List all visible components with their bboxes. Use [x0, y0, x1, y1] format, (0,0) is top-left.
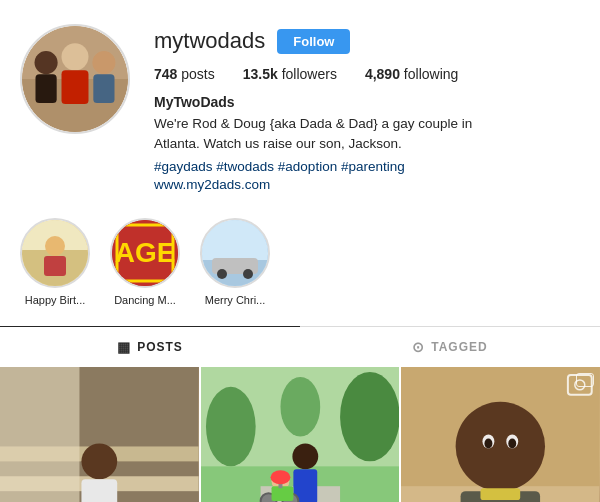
tag-icon: ⊙: [412, 339, 425, 355]
svg-rect-8: [22, 26, 128, 132]
svg-point-11: [45, 236, 65, 256]
avatar[interactable]: [20, 24, 130, 134]
tab-posts-label: POSTS: [137, 340, 183, 354]
profile-info: mytwodads Follow 748 posts 13.5k followe…: [154, 24, 580, 192]
story-circle-1[interactable]: [20, 218, 90, 288]
svg-rect-26: [0, 367, 79, 503]
follow-button[interactable]: Follow: [277, 29, 350, 54]
photo-cell-3[interactable]: [401, 367, 600, 503]
story-label-3: Merry Chri...: [205, 294, 266, 306]
followers-stat: 13.5k followers: [243, 66, 337, 82]
svg-point-27: [81, 443, 117, 479]
story-item[interactable]: Happy Birt...: [20, 218, 90, 306]
tab-posts[interactable]: ▦ POSTS: [0, 326, 300, 367]
stats-row: 748 posts 13.5k followers 4,890 followin…: [154, 66, 580, 82]
tabs-section: ▦ POSTS ⊙ TAGGED: [0, 326, 600, 367]
website-link[interactable]: www.my2dads.com: [154, 177, 580, 192]
svg-point-50: [485, 438, 493, 448]
following-stat: 4,890 following: [365, 66, 458, 82]
tab-tagged-label: TAGGED: [431, 340, 487, 354]
svg-point-35: [280, 376, 320, 436]
grid-icon: ▦: [117, 339, 131, 355]
hashtags[interactable]: #gaydads #twodads #adoption #parenting: [154, 159, 580, 174]
svg-point-47: [456, 401, 545, 490]
stories-section: Happy Birt... AGE Dancing M...: [0, 208, 600, 322]
display-name: MyTwoDads: [154, 94, 580, 110]
profile-section: mytwodads Follow 748 posts 13.5k followe…: [0, 0, 600, 208]
svg-rect-42: [271, 486, 293, 501]
svg-point-19: [217, 269, 227, 279]
story-circle-2[interactable]: AGE: [110, 218, 180, 288]
story-item[interactable]: AGE Dancing M...: [110, 218, 180, 306]
svg-point-20: [243, 269, 253, 279]
svg-point-37: [292, 443, 318, 469]
svg-text:AGE: AGE: [115, 237, 176, 268]
photo-grid: [0, 367, 600, 503]
svg-rect-28: [81, 479, 117, 502]
svg-rect-12: [44, 256, 66, 276]
posts-stat: 748 posts: [154, 66, 215, 82]
profile-header-row: mytwodads Follow: [154, 28, 580, 54]
svg-point-44: [270, 470, 290, 484]
username: mytwodads: [154, 28, 265, 54]
svg-point-51: [509, 438, 517, 448]
photo-cell-2[interactable]: [201, 367, 400, 503]
tab-tagged[interactable]: ⊙ TAGGED: [300, 326, 600, 367]
story-circle-3[interactable]: [200, 218, 270, 288]
story-label-1: Happy Birt...: [25, 294, 86, 306]
story-label-2: Dancing M...: [114, 294, 176, 306]
photo-cell-1[interactable]: [0, 367, 199, 503]
bio-text: We're Rod & Doug {aka Dada & Dad} a gay …: [154, 114, 494, 155]
camera-icon: [576, 373, 594, 387]
svg-point-33: [206, 386, 256, 465]
story-item[interactable]: Merry Chri...: [200, 218, 270, 306]
svg-point-34: [340, 371, 400, 460]
svg-rect-53: [481, 488, 521, 500]
